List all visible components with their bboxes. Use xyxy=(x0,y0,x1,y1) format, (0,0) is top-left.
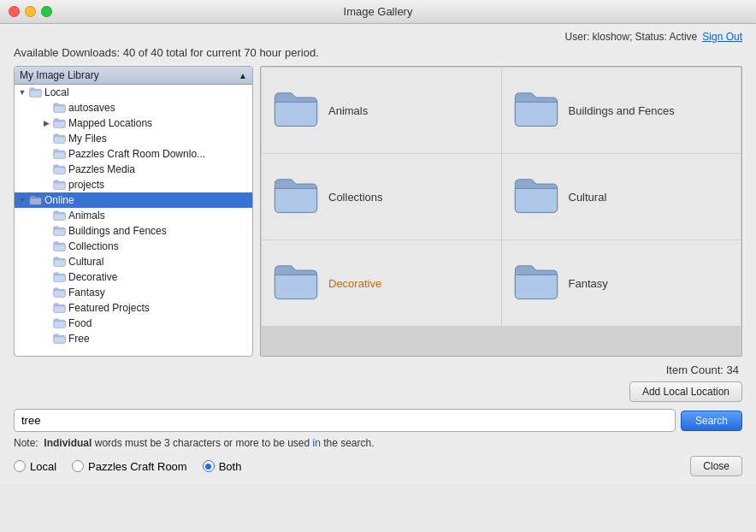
sidebar-item-pazzles-craft[interactable]: Pazzles Craft Room Downlo... xyxy=(15,146,252,162)
sidebar-item-buildings[interactable]: Buildings and Fences xyxy=(15,223,252,239)
add-local-location-button[interactable]: Add Local Location xyxy=(629,381,742,402)
search-input[interactable] xyxy=(14,409,676,432)
sidebar[interactable]: My Image Library ▲ Local xyxy=(14,66,253,357)
triangle-empty11 xyxy=(42,288,50,297)
grid-folder-buildings-icon xyxy=(512,86,560,134)
triangle-empty6 xyxy=(42,211,50,220)
sidebar-item-buildings-label: Buildings and Fences xyxy=(68,225,167,237)
sidebar-item-free[interactable]: Free xyxy=(15,331,252,346)
main-container: User: kloshow; Status: Active Sign Out A… xyxy=(0,24,756,485)
triangle-online xyxy=(18,196,27,204)
triangle-empty xyxy=(42,103,50,112)
item-count-label: Item Count: xyxy=(666,364,724,376)
close-button[interactable]: Close xyxy=(690,456,742,476)
radio-both-label: Both xyxy=(219,460,242,473)
item-count-row: Item Count: 34 xyxy=(14,364,742,376)
sidebar-item-projects-label: projects xyxy=(68,179,104,191)
sidebar-item-fantasy-label: Fantasy xyxy=(68,287,105,299)
grid-folder-animals-icon xyxy=(272,86,320,134)
add-location-row: Add Local Location xyxy=(14,381,742,402)
radio-both[interactable]: Both xyxy=(203,460,242,473)
sidebar-header-label: My Image Library xyxy=(20,69,99,81)
sidebar-item-cultural-label: Cultural xyxy=(68,256,103,268)
folder-featured-icon xyxy=(52,303,66,314)
close-button[interactable] xyxy=(9,6,20,17)
sidebar-item-cultural[interactable]: Cultural xyxy=(15,254,252,269)
triangle-empty14 xyxy=(42,334,50,343)
note-prefix: Note: Individual words must be 3 charact… xyxy=(14,437,375,449)
folder-buildings-icon xyxy=(52,226,66,237)
sidebar-item-decorative[interactable]: Decorative xyxy=(15,269,252,285)
sidebar-item-animals[interactable]: Animals xyxy=(15,208,252,223)
folder-local-icon xyxy=(28,87,42,98)
radio-pazzles-label: Pazzles Craft Room xyxy=(88,460,187,473)
folder-collections-icon xyxy=(52,241,66,252)
sidebar-scroll-up[interactable]: ▲ xyxy=(239,71,247,80)
triangle-empty7 xyxy=(42,227,50,235)
sidebar-header: My Image Library ▲ xyxy=(15,67,252,85)
radio-pazzles[interactable]: Pazzles Craft Room xyxy=(72,460,187,473)
radio-local[interactable]: Local xyxy=(14,460,56,473)
sidebar-item-online[interactable]: Online xyxy=(15,192,252,208)
sidebar-item-fantasy[interactable]: Fantasy xyxy=(15,285,252,300)
triangle-empty3 xyxy=(42,150,50,158)
maximize-button[interactable] xyxy=(41,6,52,17)
sidebar-item-collections[interactable]: Collections xyxy=(15,239,252,254)
grid-cell-buildings[interactable]: Buildings and Fences xyxy=(502,68,741,153)
sidebar-item-animals-label: Animals xyxy=(68,210,105,222)
triangle-empty10 xyxy=(42,273,50,281)
sidebar-item-autosaves[interactable]: autosaves xyxy=(15,100,252,115)
sidebar-item-autosaves-label: autosaves xyxy=(68,102,115,114)
sidebar-item-featured[interactable]: Featured Projects xyxy=(15,300,252,316)
note-row: Note: Individual words must be 3 charact… xyxy=(14,437,742,449)
grid-cell-animals[interactable]: Animals xyxy=(262,68,501,153)
item-count-value: 34 xyxy=(727,364,739,376)
grid-cell-decorative[interactable]: Decorative xyxy=(262,240,501,326)
sidebar-item-projects[interactable]: projects xyxy=(15,177,252,192)
downloads-text: Available Downloads: 40 of 40 total for … xyxy=(14,46,319,59)
folder-projects-icon xyxy=(52,180,66,191)
window-title: Image Gallery xyxy=(344,5,413,18)
radio-row: Local Pazzles Craft Room Both Close xyxy=(14,456,742,476)
sidebar-item-free-label: Free xyxy=(68,333,90,345)
folder-online-icon xyxy=(28,195,42,206)
grid-area[interactable]: Animals Buildings and Fences xyxy=(260,66,742,357)
grid-cell-collections-label: Collections xyxy=(328,191,383,204)
grid-folder-decorative-icon xyxy=(272,259,320,307)
sidebar-item-my-files[interactable]: My Files xyxy=(15,131,252,146)
radio-circle-both xyxy=(203,460,215,472)
triangle-empty13 xyxy=(42,319,50,328)
radio-circle-local xyxy=(14,460,26,472)
folder-cultural-icon xyxy=(52,257,66,268)
grid-cell-collections[interactable]: Collections xyxy=(262,154,501,239)
folder-pazzles-craft-icon xyxy=(52,149,66,160)
grid-cell-fantasy-label: Fantasy xyxy=(569,277,608,290)
sidebar-item-pazzles-media[interactable]: Pazzles Media xyxy=(15,162,252,177)
search-button[interactable]: Search xyxy=(681,411,742,431)
minimize-button[interactable] xyxy=(25,6,36,17)
folder-myfiles-icon xyxy=(52,133,66,145)
sidebar-item-online-label: Online xyxy=(44,194,74,206)
sign-out-link[interactable]: Sign Out xyxy=(702,31,742,43)
sidebar-item-decorative-label: Decorative xyxy=(68,271,117,283)
sidebar-item-collections-label: Collections xyxy=(68,240,119,252)
sidebar-item-pazzles-craft-label: Pazzles Craft Room Downlo... xyxy=(68,148,205,160)
grid-cell-cultural-label: Cultural xyxy=(569,191,607,204)
grid-folder-cultural-icon xyxy=(512,173,560,221)
grid-cell-cultural[interactable]: Cultural xyxy=(502,154,741,239)
grid-cell-fantasy[interactable]: Fantasy xyxy=(502,240,741,326)
grid-folder-fantasy-icon xyxy=(512,259,560,307)
triangle-empty4 xyxy=(42,165,50,174)
folder-autosaves-icon xyxy=(52,103,66,114)
sidebar-item-local[interactable]: Local xyxy=(15,85,252,100)
title-bar: Image Gallery xyxy=(0,0,756,24)
sidebar-item-local-label: Local xyxy=(44,86,69,98)
sidebar-item-mapped-locations[interactable]: Mapped Locations xyxy=(15,115,252,131)
search-row: Search xyxy=(14,409,742,432)
grid-folder-collections-icon xyxy=(272,173,320,221)
user-status-label: User: kloshow; Status: Active xyxy=(565,31,698,43)
radio-local-label: Local xyxy=(30,460,56,473)
triangle-empty8 xyxy=(42,242,50,251)
triangle-empty5 xyxy=(42,180,50,189)
sidebar-item-food[interactable]: Food xyxy=(15,316,252,331)
